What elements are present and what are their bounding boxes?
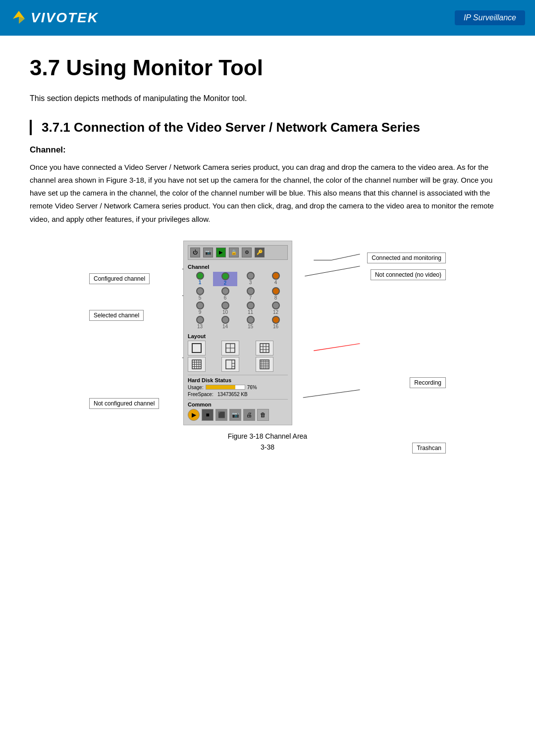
- layout-section: Layout: [188, 333, 288, 372]
- channel-num-3: 3: [249, 280, 252, 285]
- channel-num-1: 1: [199, 280, 202, 285]
- channel-item-11[interactable]: 11: [238, 302, 263, 315]
- callout-connected: Connected and monitoring: [367, 252, 446, 263]
- key-icon[interactable]: 🔑: [255, 248, 265, 257]
- layout-3x3-button[interactable]: [256, 341, 273, 355]
- svg-line-4: [305, 266, 360, 276]
- layout-1x1-button[interactable]: [188, 341, 206, 355]
- usage-percent: 76%: [247, 385, 257, 390]
- channel-item-1[interactable]: 1: [188, 272, 212, 286]
- monitor-icon[interactable]: ▶: [216, 248, 226, 257]
- hdd-label: Hard Disk Status: [188, 377, 288, 383]
- channel-section-label: Channel: [188, 264, 288, 270]
- svg-rect-27: [226, 360, 235, 369]
- header: VIVOTEK IP Surveillance: [0, 0, 535, 36]
- usage-bar-background: [206, 385, 245, 390]
- channel-item-3[interactable]: 3: [238, 272, 263, 286]
- video-icon[interactable]: 📷: [203, 248, 213, 257]
- page-title: 3.7 Using Monitor Tool: [30, 55, 505, 80]
- channel-num-2: 2: [224, 280, 227, 286]
- channel-num-16: 16: [273, 324, 278, 329]
- freespace-row: FreeSpace: 13473652 KB: [188, 392, 288, 397]
- channel-dot-11: [247, 302, 255, 309]
- callout-configured: Configured channel: [89, 273, 150, 284]
- intro-text: This section depicts methods of manipula…: [30, 92, 505, 105]
- settings-icon[interactable]: ⚙: [242, 248, 252, 257]
- play-icon[interactable]: ▶: [188, 409, 200, 421]
- layout-1plus5-button[interactable]: [221, 357, 239, 372]
- channel-item-13[interactable]: 13: [188, 316, 212, 329]
- channel-item-7[interactable]: 7: [238, 287, 263, 301]
- channel-item-12[interactable]: 12: [264, 302, 288, 315]
- channel-num-5: 5: [199, 295, 202, 301]
- channel-item-14[interactable]: 14: [213, 316, 237, 329]
- channel-item-5[interactable]: 5: [188, 287, 212, 301]
- layout-4x4-button[interactable]: [188, 357, 206, 372]
- channel-num-14: 14: [222, 324, 228, 329]
- usage-label: Usage:: [188, 385, 204, 390]
- freespace-value: 13473652 KB: [217, 392, 248, 397]
- record-icon[interactable]: ⬛: [215, 409, 227, 421]
- panel-toolbar: ⏻ 📷 ▶ 🔒 ⚙ 🔑: [188, 245, 288, 260]
- channel-dot-12: [272, 302, 280, 309]
- svg-rect-15: [260, 344, 269, 353]
- common-label: Common: [188, 402, 288, 407]
- snapshot-icon[interactable]: 📷: [229, 409, 241, 421]
- callout-not-configured: Not configured channel: [89, 398, 159, 409]
- channel-item-9[interactable]: 9: [188, 302, 212, 315]
- channel-dot-13: [196, 316, 204, 324]
- channel-num-10: 10: [222, 309, 228, 315]
- layout-label: Layout: [188, 333, 288, 339]
- channel-dot-14: [221, 316, 229, 324]
- channel-item-6[interactable]: 6: [213, 287, 237, 301]
- common-toolbar: ▶ ■ ⬛ 📷 🖨 🗑: [188, 409, 288, 421]
- channel-dot-4: [272, 272, 280, 280]
- power-icon[interactable]: ⏻: [190, 248, 200, 257]
- channel-dot-1: [196, 272, 204, 280]
- callout-selected: Selected channel: [89, 310, 144, 321]
- usage-row: Usage: 76%: [188, 385, 288, 390]
- channel-num-13: 13: [197, 324, 203, 329]
- main-content: 3.7 Using Monitor Tool This section depi…: [0, 36, 535, 486]
- channel-num-11: 11: [248, 309, 253, 315]
- layout-2x2-button[interactable]: [221, 341, 239, 355]
- svg-rect-11: [192, 344, 201, 353]
- brand-name: VIVOTEK: [31, 10, 99, 26]
- svg-rect-31: [260, 360, 269, 369]
- channel-panel: ⏻ 📷 ▶ 🔒 ⚙ 🔑 Channel: [183, 241, 292, 425]
- figure-inner: Connected and monitoring Not connected (…: [89, 241, 446, 425]
- hdd-section: Hard Disk Status Usage: 76% FreeSpace: 1…: [188, 375, 288, 397]
- body-text: Once you have connected a Video Server /…: [30, 161, 505, 226]
- lock-icon[interactable]: 🔒: [229, 248, 239, 257]
- channel-num-9: 9: [199, 309, 202, 315]
- page-number: 3-38: [261, 443, 274, 451]
- svg-line-3: [331, 254, 360, 260]
- channel-dot-3: [247, 272, 255, 280]
- channel-item-10[interactable]: 10: [213, 302, 237, 315]
- channel-dot-10: [221, 302, 229, 309]
- channel-num-4: 4: [274, 280, 277, 285]
- callout-not-connected: Not connected (no video): [371, 269, 446, 280]
- layout-grid: [188, 341, 288, 372]
- channel-dot-2: [221, 272, 229, 280]
- channel-item-15[interactable]: 15: [238, 316, 263, 329]
- header-logo: VIVOTEK: [10, 9, 99, 27]
- channel-dot-16: [272, 316, 280, 324]
- layout-all-button[interactable]: [256, 357, 273, 372]
- stop-icon[interactable]: ■: [202, 409, 214, 421]
- freespace-label: FreeSpace:: [188, 392, 214, 397]
- channel-item-8[interactable]: 8: [264, 287, 288, 301]
- section-heading: 3.7.1 Connection of the Video Server / N…: [30, 120, 505, 135]
- channel-item-2[interactable]: 2: [213, 272, 237, 286]
- header-tagline: IP Surveillance: [455, 10, 525, 25]
- channel-grid: 1 2 3 4: [188, 272, 288, 329]
- channel-num-7: 7: [249, 295, 252, 301]
- usage-bar-fill: [206, 385, 235, 389]
- channel-dot-6: [221, 287, 229, 295]
- channel-item-4[interactable]: 4: [264, 272, 288, 286]
- channel-item-16[interactable]: 16: [264, 316, 288, 329]
- trash-icon[interactable]: 🗑: [257, 409, 269, 421]
- channel-dot-8: [272, 287, 280, 295]
- print-icon[interactable]: 🖨: [243, 409, 255, 421]
- svg-line-10: [303, 390, 360, 398]
